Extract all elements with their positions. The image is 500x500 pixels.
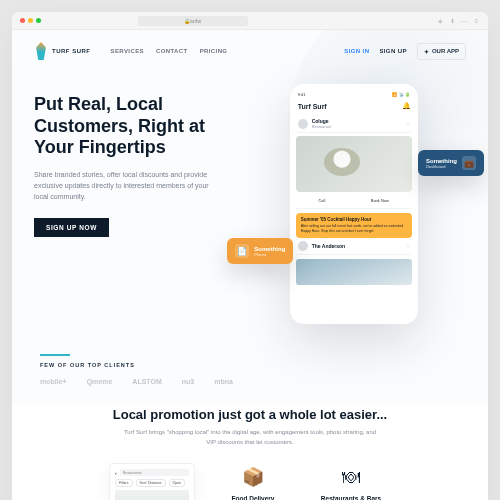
map-preview-card[interactable]: ‹ Restaurants Filters Sort: Distance Ope…: [109, 463, 195, 500]
call-tab[interactable]: Call: [318, 198, 325, 203]
venue-list-item[interactable]: The Anderson ♡: [296, 238, 412, 255]
page-body: TURF SURF SERVICES CONTACT PRICING SIGN …: [12, 30, 488, 500]
phone-time: 9:41: [298, 92, 306, 97]
browser-window: 🔒 turfw ◈ ⬇ ⋯ ≡ TURF SURF SERVICES CONTA…: [12, 12, 488, 500]
food-delivery-icon: 📦: [239, 463, 267, 491]
close-window-icon[interactable]: [20, 18, 25, 23]
url-text: turfw: [190, 18, 201, 24]
venue-avatar: [298, 119, 308, 129]
brand-logo[interactable]: TURF SURF: [34, 42, 91, 60]
client-logo: mbna: [214, 378, 233, 385]
app-title: Turf Surf: [298, 103, 327, 110]
book-tab[interactable]: Book Now: [371, 198, 389, 203]
heart-icon[interactable]: ♡: [406, 121, 410, 127]
section2-subtitle: Turf Surf brings "shopping local" into t…: [120, 428, 380, 447]
filters-chip[interactable]: Filters: [115, 479, 133, 487]
minimize-window-icon[interactable]: [28, 18, 33, 23]
venue-list-item[interactable]: Coluge Restaurant ♡: [296, 115, 412, 133]
float-blue-sub: Dashboard: [426, 164, 457, 169]
section2-title: Local promotion just got a whole lot eas…: [34, 407, 466, 422]
our-app-button[interactable]: ✦ OUR APP: [417, 43, 466, 60]
promo-card[interactable]: Summer '05 Cocktail Happy Hour After sel…: [296, 213, 412, 238]
our-app-label: OUR APP: [432, 48, 459, 54]
clients-section: FEW OF OUR TOP CLIENTS mobile+ Qmeme ALS…: [12, 350, 488, 403]
sign-up-link[interactable]: SIGN UP: [379, 48, 406, 54]
dashboard-floating-card[interactable]: Something Dashboard 💼: [418, 150, 484, 176]
client-logo: nu3: [182, 378, 194, 385]
feature-title: Restaurants & Bars: [321, 495, 381, 500]
venue-photo: [296, 136, 412, 192]
hero-title: Put Real, Local Customers, Right at Your…: [34, 94, 241, 159]
window-controls[interactable]: [20, 18, 41, 23]
browser-chrome: 🔒 turfw ◈ ⬇ ⋯ ≡: [12, 12, 488, 30]
promo-title: Summer '05 Cocktail Happy Hour: [301, 217, 407, 222]
feature-title: Food Delivery: [232, 495, 275, 500]
menu-icon[interactable]: ≡: [473, 17, 480, 24]
note-icon: 📄: [235, 244, 249, 258]
primary-nav: SERVICES CONTACT PRICING: [111, 48, 228, 54]
client-logo: ALSTOM: [132, 378, 161, 385]
briefcase-icon: 💼: [462, 156, 476, 170]
url-bar[interactable]: 🔒 turfw: [138, 16, 248, 26]
surfboard-icon: [34, 42, 48, 60]
promo-body: After selling out our fall event last we…: [301, 224, 407, 234]
search-term: Restaurants: [123, 471, 142, 475]
map-canvas[interactable]: [115, 490, 189, 500]
hero-subtitle: Share branded stories, offer local disco…: [34, 169, 224, 203]
feature-restaurants: 🍽 Restaurants & Bars: [311, 463, 391, 500]
map-search-input[interactable]: Restaurants: [120, 469, 189, 476]
client-logo: Qmeme: [87, 378, 113, 385]
nav-contact[interactable]: CONTACT: [156, 48, 188, 54]
shield-icon[interactable]: ◈: [437, 17, 444, 24]
hero-section: Put Real, Local Customers, Right at Your…: [12, 66, 488, 350]
float-orange-sub: Places: [254, 252, 285, 257]
brand-name: TURF SURF: [52, 48, 91, 54]
venue-category: Restaurant: [312, 124, 332, 129]
hero-mockup: 9:41 📶 📡 🔋 Turf Surf Coluge Restaurant: [241, 84, 466, 324]
download-icon[interactable]: ⬇: [449, 17, 456, 24]
action-tabs: Call Book Now: [296, 195, 412, 209]
phone-status-bar: 9:41 📶 📡 🔋: [296, 92, 412, 100]
bell-icon[interactable]: [402, 102, 410, 110]
nav-services[interactable]: SERVICES: [111, 48, 144, 54]
extension-icon[interactable]: ⋯: [461, 17, 468, 24]
accent-bar: [40, 354, 70, 356]
auth-controls: SIGN IN SIGN UP ✦ OUR APP: [344, 43, 466, 60]
feature-food-delivery: 📦 Food Delivery Find Events hosted near …: [213, 463, 293, 500]
site-header: TURF SURF SERVICES CONTACT PRICING SIGN …: [12, 30, 488, 66]
maximize-window-icon[interactable]: [36, 18, 41, 23]
sign-up-now-button[interactable]: SIGN UP NOW: [34, 218, 109, 237]
promotion-section: Local promotion just got a whole lot eas…: [12, 403, 488, 500]
phone-mockup: 9:41 📶 📡 🔋 Turf Surf Coluge Restaurant: [290, 84, 418, 324]
sparkle-icon: ✦: [424, 48, 429, 55]
open-chip[interactable]: Open: [169, 479, 186, 487]
clients-label: FEW OF OUR TOP CLIENTS: [40, 362, 460, 368]
heart-icon[interactable]: ♡: [406, 243, 410, 249]
sort-chip[interactable]: Sort: Distance: [136, 479, 166, 487]
back-arrow-icon[interactable]: ‹: [115, 470, 117, 476]
sign-in-link[interactable]: SIGN IN: [344, 48, 369, 54]
nav-pricing[interactable]: PRICING: [200, 48, 228, 54]
venue-avatar: [298, 241, 308, 251]
restaurants-icon: 🍽: [337, 463, 365, 491]
feature-row: ‹ Restaurants Filters Sort: Distance Ope…: [34, 463, 466, 500]
client-logos: mobile+ Qmeme ALSTOM nu3 mbna: [40, 378, 460, 385]
secondary-photo: [296, 259, 412, 285]
places-floating-card[interactable]: 📄 Something Places: [227, 238, 293, 264]
phone-status-icons: 📶 📡 🔋: [392, 92, 409, 97]
venue-name: The Anderson: [312, 243, 345, 249]
client-logo: mobile+: [40, 378, 67, 385]
